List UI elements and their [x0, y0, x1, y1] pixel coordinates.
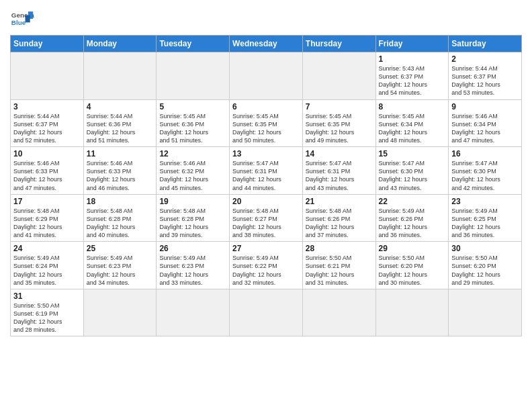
calendar-cell	[375, 289, 449, 336]
calendar-cell: 12Sunrise: 5:46 AM Sunset: 6:32 PM Dayli…	[157, 147, 230, 195]
day-info: Sunrise: 5:48 AM Sunset: 6:28 PM Dayligh…	[159, 207, 226, 240]
day-number: 23	[451, 197, 519, 206]
calendar-cell	[11, 52, 84, 100]
weekday-header-tuesday: Tuesday	[157, 36, 230, 52]
svg-marker-3	[26, 15, 30, 23]
calendar-cell: 11Sunrise: 5:46 AM Sunset: 6:33 PM Dayli…	[83, 147, 157, 195]
calendar-cell	[230, 289, 303, 336]
day-number: 20	[232, 197, 300, 206]
day-info: Sunrise: 5:49 AM Sunset: 6:26 PM Dayligh…	[379, 207, 446, 240]
calendar-cell: 1Sunrise: 5:43 AM Sunset: 6:37 PM Daylig…	[375, 52, 449, 100]
day-info: Sunrise: 5:50 AM Sunset: 6:20 PM Dayligh…	[451, 254, 519, 287]
header: General Blue	[10, 7, 522, 31]
day-info: Sunrise: 5:44 AM Sunset: 6:37 PM Dayligh…	[451, 64, 519, 97]
day-info: Sunrise: 5:49 AM Sunset: 6:23 PM Dayligh…	[87, 254, 154, 287]
logo: General Blue	[10, 7, 34, 31]
logo-icon: General Blue	[10, 7, 34, 31]
weekday-header-thursday: Thursday	[302, 36, 375, 52]
calendar-cell: 24Sunrise: 5:49 AM Sunset: 6:24 PM Dayli…	[11, 242, 84, 289]
day-number: 31	[13, 291, 81, 301]
day-info: Sunrise: 5:45 AM Sunset: 6:34 PM Dayligh…	[379, 112, 446, 145]
weekday-header-wednesday: Wednesday	[230, 36, 303, 52]
calendar-cell: 8Sunrise: 5:45 AM Sunset: 6:34 PM Daylig…	[375, 99, 449, 147]
day-number: 5	[159, 102, 226, 111]
day-number: 3	[13, 102, 81, 111]
calendar-cell: 27Sunrise: 5:49 AM Sunset: 6:22 PM Dayli…	[230, 242, 303, 289]
calendar-cell	[83, 289, 157, 336]
calendar-cell: 10Sunrise: 5:46 AM Sunset: 6:33 PM Dayli…	[11, 147, 84, 195]
day-number: 1	[379, 54, 446, 64]
calendar-cell: 20Sunrise: 5:48 AM Sunset: 6:27 PM Dayli…	[230, 194, 303, 242]
calendar-cell	[302, 52, 375, 100]
calendar-cell	[157, 289, 230, 336]
calendar-header: SundayMondayTuesdayWednesdayThursdayFrid…	[11, 36, 522, 52]
calendar-cell: 18Sunrise: 5:48 AM Sunset: 6:28 PM Dayli…	[83, 194, 157, 242]
day-info: Sunrise: 5:49 AM Sunset: 6:22 PM Dayligh…	[232, 254, 300, 287]
day-info: Sunrise: 5:47 AM Sunset: 6:30 PM Dayligh…	[451, 159, 519, 192]
calendar-cell: 30Sunrise: 5:50 AM Sunset: 6:20 PM Dayli…	[449, 242, 522, 289]
day-number: 22	[379, 197, 446, 206]
day-info: Sunrise: 5:50 AM Sunset: 6:20 PM Dayligh…	[379, 254, 446, 287]
day-number: 30	[451, 244, 519, 253]
weekday-row: SundayMondayTuesdayWednesdayThursdayFrid…	[11, 36, 522, 52]
day-info: Sunrise: 5:49 AM Sunset: 6:23 PM Dayligh…	[159, 254, 226, 287]
calendar-cell: 22Sunrise: 5:49 AM Sunset: 6:26 PM Dayli…	[375, 194, 449, 242]
calendar-cell: 28Sunrise: 5:50 AM Sunset: 6:21 PM Dayli…	[302, 242, 375, 289]
day-info: Sunrise: 5:47 AM Sunset: 6:31 PM Dayligh…	[232, 159, 300, 192]
day-number: 8	[379, 102, 446, 111]
calendar-cell	[302, 289, 375, 336]
weekday-header-sunday: Sunday	[11, 36, 84, 52]
calendar-cell	[230, 52, 303, 100]
day-number: 6	[232, 102, 300, 111]
calendar-cell: 9Sunrise: 5:46 AM Sunset: 6:34 PM Daylig…	[449, 99, 522, 147]
weekday-header-monday: Monday	[83, 36, 157, 52]
day-info: Sunrise: 5:43 AM Sunset: 6:37 PM Dayligh…	[379, 64, 446, 97]
day-info: Sunrise: 5:49 AM Sunset: 6:25 PM Dayligh…	[451, 207, 519, 240]
day-info: Sunrise: 5:46 AM Sunset: 6:32 PM Dayligh…	[159, 159, 226, 192]
day-number: 16	[451, 149, 519, 158]
day-info: Sunrise: 5:47 AM Sunset: 6:30 PM Dayligh…	[379, 159, 446, 192]
day-number: 14	[306, 149, 373, 158]
calendar-cell: 21Sunrise: 5:48 AM Sunset: 6:26 PM Dayli…	[302, 194, 375, 242]
day-number: 13	[232, 149, 300, 158]
calendar-cell: 19Sunrise: 5:48 AM Sunset: 6:28 PM Dayli…	[157, 194, 230, 242]
day-number: 10	[13, 149, 81, 158]
calendar-cell: 25Sunrise: 5:49 AM Sunset: 6:23 PM Dayli…	[83, 242, 157, 289]
calendar-cell: 2Sunrise: 5:44 AM Sunset: 6:37 PM Daylig…	[449, 52, 522, 100]
day-info: Sunrise: 5:49 AM Sunset: 6:24 PM Dayligh…	[13, 254, 81, 287]
calendar-cell: 4Sunrise: 5:44 AM Sunset: 6:36 PM Daylig…	[83, 99, 157, 147]
day-number: 27	[232, 244, 300, 253]
day-number: 24	[13, 244, 81, 253]
calendar-cell: 31Sunrise: 5:50 AM Sunset: 6:19 PM Dayli…	[11, 289, 84, 336]
calendar-table: SundayMondayTuesdayWednesdayThursdayFrid…	[10, 35, 522, 336]
day-number: 29	[379, 244, 446, 253]
day-number: 21	[306, 197, 373, 206]
day-info: Sunrise: 5:45 AM Sunset: 6:35 PM Dayligh…	[232, 112, 300, 145]
day-number: 18	[87, 197, 154, 206]
day-info: Sunrise: 5:47 AM Sunset: 6:31 PM Dayligh…	[306, 159, 373, 192]
calendar-cell: 13Sunrise: 5:47 AM Sunset: 6:31 PM Dayli…	[230, 147, 303, 195]
calendar-cell	[157, 52, 230, 100]
day-info: Sunrise: 5:48 AM Sunset: 6:29 PM Dayligh…	[13, 207, 81, 240]
calendar-cell: 29Sunrise: 5:50 AM Sunset: 6:20 PM Dayli…	[375, 242, 449, 289]
day-number: 25	[87, 244, 154, 253]
calendar-cell: 16Sunrise: 5:47 AM Sunset: 6:30 PM Dayli…	[449, 147, 522, 195]
calendar-cell: 5Sunrise: 5:45 AM Sunset: 6:36 PM Daylig…	[157, 99, 230, 147]
calendar-cell	[449, 289, 522, 336]
day-number: 11	[87, 149, 154, 158]
calendar-cell: 26Sunrise: 5:49 AM Sunset: 6:23 PM Dayli…	[157, 242, 230, 289]
day-number: 12	[159, 149, 226, 158]
day-info: Sunrise: 5:46 AM Sunset: 6:34 PM Dayligh…	[451, 112, 519, 145]
calendar-cell	[83, 52, 157, 100]
weekday-header-saturday: Saturday	[449, 36, 522, 52]
day-info: Sunrise: 5:48 AM Sunset: 6:27 PM Dayligh…	[232, 207, 300, 240]
calendar-cell: 3Sunrise: 5:44 AM Sunset: 6:37 PM Daylig…	[11, 99, 84, 147]
calendar-cell: 14Sunrise: 5:47 AM Sunset: 6:31 PM Dayli…	[302, 147, 375, 195]
calendar-body: 1Sunrise: 5:43 AM Sunset: 6:37 PM Daylig…	[11, 52, 522, 336]
day-number: 28	[306, 244, 373, 253]
calendar-cell: 23Sunrise: 5:49 AM Sunset: 6:25 PM Dayli…	[449, 194, 522, 242]
day-info: Sunrise: 5:46 AM Sunset: 6:33 PM Dayligh…	[13, 159, 81, 192]
day-info: Sunrise: 5:45 AM Sunset: 6:36 PM Dayligh…	[159, 112, 226, 145]
day-number: 9	[451, 102, 519, 111]
week-row-2: 3Sunrise: 5:44 AM Sunset: 6:37 PM Daylig…	[11, 99, 522, 147]
